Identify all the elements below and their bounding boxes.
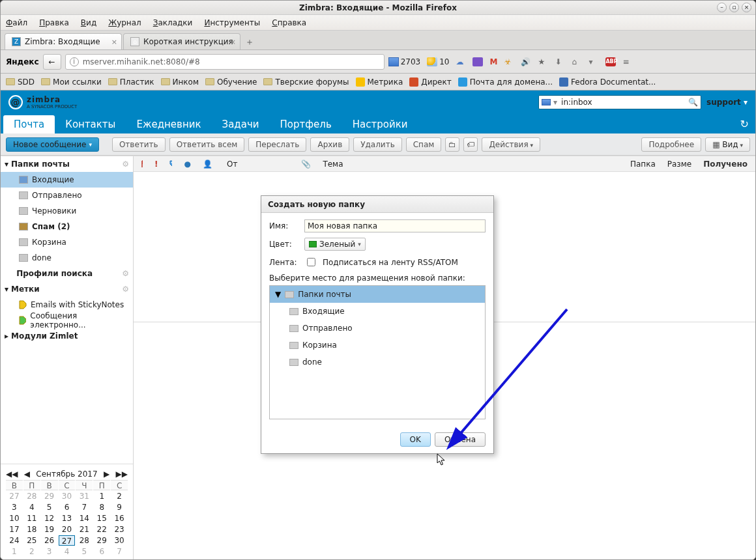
priority-icon[interactable]: !	[152, 160, 160, 169]
back-button[interactable]: ←	[43, 54, 61, 70]
cal-day[interactable]: 20	[59, 524, 76, 535]
cal-day[interactable]: 27	[6, 491, 23, 501]
cal-month[interactable]: Сентябрь 2017	[36, 469, 97, 479]
menu-icon[interactable]: ≡	[622, 57, 633, 66]
tag-item[interactable]: Emails with StickyNotes	[1, 297, 133, 313]
bookmark-item[interactable]: Почта для домена...	[458, 77, 553, 87]
menu-инструменты[interactable]: Инструменты	[204, 18, 260, 27]
cal-day[interactable]: 6	[59, 502, 76, 512]
cal-day[interactable]: 30	[59, 491, 76, 501]
reply-button[interactable]: Ответить	[112, 137, 166, 152]
cal-day[interactable]: 29	[41, 491, 58, 501]
download-icon[interactable]: ⬇	[555, 57, 565, 66]
bookmark-item[interactable]: Обучение	[205, 77, 257, 87]
folder-sent[interactable]: Отправлено	[1, 188, 133, 203]
app-tab-3[interactable]: Задачи	[212, 115, 270, 133]
search-icon[interactable]: 🔍	[688, 98, 698, 107]
new-tab-button[interactable]: ＋	[242, 35, 257, 49]
folder-trash[interactable]: Корзина	[1, 234, 133, 250]
tree-item[interactable]: Входящие	[270, 303, 485, 320]
browser-tab[interactable]: ZZimbra: Входящие×	[5, 33, 122, 49]
folder-name-input[interactable]	[304, 219, 486, 232]
cal-day[interactable]: 2	[111, 491, 128, 501]
sound-icon[interactable]: 🔊	[521, 57, 531, 66]
cal-day[interactable]: 13	[59, 513, 76, 524]
cal-day[interactable]: 25	[23, 535, 40, 546]
move-menu[interactable]: 🗀	[445, 137, 459, 152]
search-input[interactable]	[560, 97, 686, 107]
cal-day[interactable]: 19	[41, 524, 58, 535]
menu-правка[interactable]: Правка	[39, 18, 69, 27]
mail-indicator[interactable]: 2703	[388, 57, 421, 66]
cal-day[interactable]: 9	[111, 502, 128, 512]
biohazard-icon[interactable]: ☣	[504, 57, 514, 66]
cal-day[interactable]: 22	[93, 524, 110, 535]
cal-day[interactable]: 29	[93, 535, 110, 546]
cal-next-fast[interactable]: ▶▶	[116, 469, 128, 479]
folder-folder[interactable]: done	[1, 250, 133, 266]
reload-icon[interactable]: ↻	[740, 118, 749, 130]
more-button[interactable]: Подробнее	[641, 137, 701, 152]
app-tab-0[interactable]: Почта	[3, 115, 55, 133]
cal-day[interactable]: 1	[6, 546, 23, 557]
user-menu[interactable]: support ▾	[706, 98, 748, 107]
tag-item[interactable]: Сообщения электронно...	[1, 313, 133, 328]
menu-закладки[interactable]: Закладки	[153, 18, 193, 27]
cal-day[interactable]: 11	[23, 513, 40, 524]
reply-all-button[interactable]: Ответить всем	[169, 137, 245, 152]
folder-draft[interactable]: Черновики	[1, 203, 133, 219]
zimbra-logo[interactable]: @ zimbraA SYNACOR PRODUCT	[8, 95, 77, 109]
cal-day[interactable]: 1	[93, 491, 110, 501]
cal-day[interactable]: 8	[93, 502, 110, 512]
actions-menu[interactable]: Действия	[482, 137, 540, 152]
feed-checkbox[interactable]	[307, 258, 315, 266]
gear-icon[interactable]: ⚙	[122, 285, 129, 294]
col-subject[interactable]: Тема	[320, 160, 345, 169]
col-folder[interactable]: Папка	[628, 160, 658, 169]
menu-журнал[interactable]: Журнал	[108, 18, 141, 27]
cal-day[interactable]: 10	[6, 513, 23, 524]
mail-folders-header[interactable]: ▾ Папки почты⚙	[1, 156, 133, 172]
minimize-icon[interactable]: –	[717, 3, 727, 12]
cal-day[interactable]: 23	[111, 524, 128, 535]
cal-prev-fast[interactable]: ◀◀	[6, 469, 18, 479]
folder-tree[interactable]: ▼ Папки почты Входящие Отправлено Корзин…	[269, 285, 486, 419]
ok-button[interactable]: OK	[400, 432, 431, 447]
close-tab-icon[interactable]: ×	[111, 38, 117, 46]
cal-day[interactable]: 2	[23, 546, 40, 557]
weather-indicator[interactable]: 10	[427, 57, 449, 66]
cal-day[interactable]: 4	[59, 546, 76, 557]
search-box[interactable]: ▾ 🔍	[538, 95, 701, 109]
menu-файл[interactable]: Файл	[6, 18, 27, 27]
forward-button[interactable]: Переслать	[248, 137, 306, 152]
zimlets-header[interactable]: ▸ Модули Zimlet	[1, 328, 133, 344]
extension-cloud-icon[interactable]: ☁	[456, 57, 466, 66]
menu-вид[interactable]: Вид	[81, 18, 96, 27]
bookmark-item[interactable]: Метрика	[356, 77, 403, 87]
archive-button[interactable]: Архив	[310, 137, 349, 152]
flag-icon[interactable]	[139, 160, 145, 168]
close-icon[interactable]: ×	[742, 3, 751, 12]
cal-day[interactable]: 18	[23, 524, 40, 535]
tree-item[interactable]: done	[270, 354, 485, 371]
app-tab-2[interactable]: Ежедневник	[126, 115, 211, 133]
cal-day[interactable]: 21	[76, 524, 93, 535]
home-icon[interactable]: ⌂	[572, 57, 582, 66]
app-tab-1[interactable]: Контакты	[55, 115, 126, 133]
search-engine-label[interactable]: Яндекс	[6, 57, 39, 66]
col-size[interactable]: Разме	[665, 160, 694, 169]
cal-day[interactable]: 17	[6, 524, 23, 535]
view-menu[interactable]: ▦ Вид	[705, 137, 750, 152]
folder-inbox[interactable]: Входящие	[1, 172, 133, 188]
pocket-icon[interactable]: ▾	[589, 57, 599, 66]
bookmark-star-icon[interactable]: ★	[538, 57, 548, 66]
cal-prev[interactable]: ◀	[24, 469, 30, 479]
cal-day[interactable]: 7	[76, 502, 93, 512]
gear-icon[interactable]: ⚙	[122, 269, 129, 278]
color-select[interactable]: Зеленый ▾	[304, 238, 366, 251]
cal-day[interactable]: 4	[23, 502, 40, 512]
cal-day[interactable]: 5	[76, 546, 93, 557]
tags-header[interactable]: ▾ Метки⚙	[1, 281, 133, 297]
bookmark-item[interactable]: SDD	[6, 77, 35, 87]
menu-справка[interactable]: Справка	[272, 18, 306, 27]
